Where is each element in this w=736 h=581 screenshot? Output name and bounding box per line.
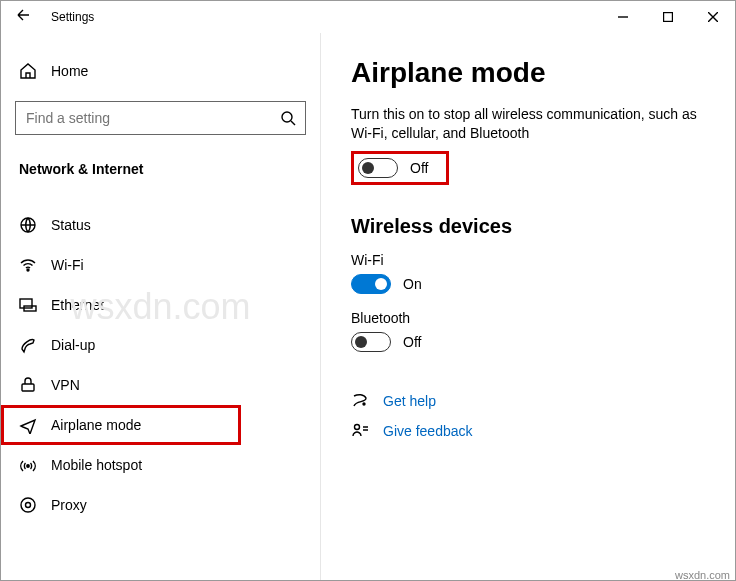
svg-point-10 — [363, 403, 365, 405]
sidebar-item-label: Mobile hotspot — [51, 457, 142, 473]
sidebar-item-label: Airplane mode — [51, 417, 141, 433]
vpn-icon — [19, 376, 37, 394]
bluetooth-toggle[interactable] — [351, 332, 391, 352]
sidebar-item-label: Ethernet — [51, 297, 104, 313]
search-input[interactable] — [24, 109, 279, 127]
window-title: Settings — [51, 10, 94, 24]
sidebar: wsxdn.com Home Network & Internet Status — [1, 33, 321, 580]
svg-point-7 — [27, 465, 29, 467]
dialup-icon — [19, 336, 37, 354]
section-label: Network & Internet — [1, 153, 320, 183]
sidebar-item-label: Dial-up — [51, 337, 95, 353]
back-button[interactable] — [13, 7, 33, 27]
wifi-toggle-state: On — [403, 276, 422, 292]
svg-rect-6 — [22, 384, 34, 391]
page-description: Turn this on to stop all wireless commun… — [351, 105, 705, 143]
wifi-icon — [19, 256, 37, 274]
give-feedback-row[interactable]: Give feedback — [351, 422, 705, 440]
footer-watermark: wsxdn.com — [675, 569, 730, 581]
proxy-icon — [19, 496, 37, 514]
sidebar-item-dialup[interactable]: Dial-up — [1, 325, 320, 365]
svg-rect-0 — [663, 13, 672, 22]
svg-point-3 — [27, 269, 29, 271]
svg-point-8 — [21, 498, 35, 512]
sidebar-item-status[interactable]: Status — [1, 205, 320, 245]
feedback-icon — [351, 422, 369, 440]
hotspot-icon — [19, 456, 37, 474]
svg-point-9 — [26, 503, 31, 508]
sidebar-item-label: Status — [51, 217, 91, 233]
wifi-label: Wi-Fi — [351, 252, 705, 268]
titlebar: Settings — [1, 1, 735, 33]
sidebar-item-vpn[interactable]: VPN — [1, 365, 320, 405]
wifi-toggle[interactable] — [351, 274, 391, 294]
get-help-link[interactable]: Get help — [383, 393, 436, 409]
sidebar-item-wifi[interactable]: Wi-Fi — [1, 245, 320, 285]
bluetooth-label: Bluetooth — [351, 310, 705, 326]
sidebar-home-label: Home — [51, 63, 88, 79]
give-feedback-link[interactable]: Give feedback — [383, 423, 473, 439]
bluetooth-toggle-state: Off — [403, 334, 421, 350]
get-help-row[interactable]: Get help — [351, 392, 705, 410]
minimize-button[interactable] — [600, 1, 645, 33]
sidebar-item-hotspot[interactable]: Mobile hotspot — [1, 445, 320, 485]
airplane-toggle-highlight: Off — [351, 151, 449, 185]
sidebar-item-proxy[interactable]: Proxy — [1, 485, 320, 525]
airplane-icon — [19, 416, 37, 434]
globe-icon — [19, 216, 37, 234]
svg-point-1 — [282, 112, 292, 122]
airplane-toggle[interactable] — [358, 158, 398, 178]
main-panel: Airplane mode Turn this on to stop all w… — [321, 33, 735, 580]
sidebar-home[interactable]: Home — [1, 51, 320, 91]
search-box[interactable] — [15, 101, 306, 135]
search-icon — [279, 109, 297, 127]
home-icon — [19, 62, 37, 80]
help-icon — [351, 392, 369, 410]
sidebar-item-label: Wi-Fi — [51, 257, 84, 273]
sidebar-item-airplane[interactable]: Airplane mode — [1, 405, 241, 445]
maximize-button[interactable] — [645, 1, 690, 33]
page-title: Airplane mode — [351, 57, 705, 89]
airplane-toggle-state: Off — [410, 160, 428, 176]
sidebar-item-label: VPN — [51, 377, 80, 393]
wireless-heading: Wireless devices — [351, 215, 705, 238]
svg-point-11 — [355, 424, 360, 429]
ethernet-icon — [19, 296, 37, 314]
close-button[interactable] — [690, 1, 735, 33]
sidebar-item-ethernet[interactable]: Ethernet — [1, 285, 320, 325]
sidebar-item-label: Proxy — [51, 497, 87, 513]
